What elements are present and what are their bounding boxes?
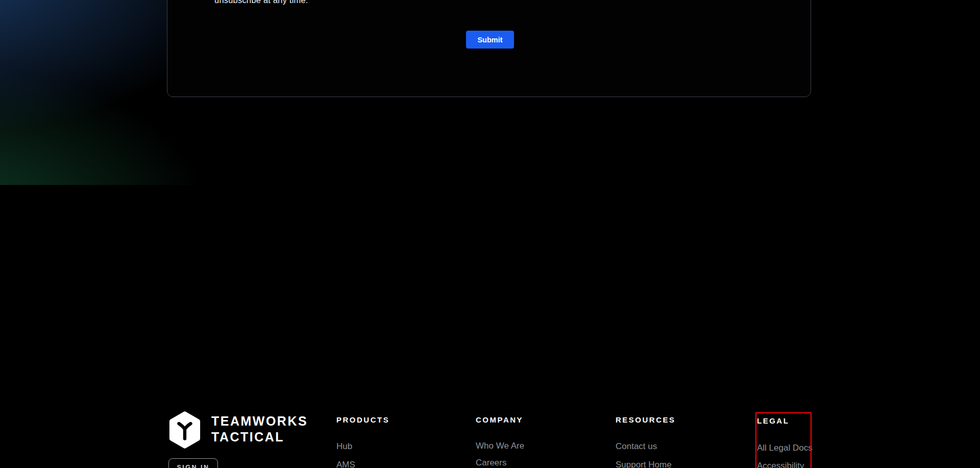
footer-link-accessibility[interactable]: Accessibility [757, 461, 869, 468]
footer-link-support-home[interactable]: Support Home [616, 460, 728, 468]
footer-link-all-legal-docs[interactable]: All Legal Docs [757, 443, 869, 452]
hero-section: unsubscribe at any time. Submit [0, 0, 980, 185]
newsletter-disclaimer: unsubscribe at any time. [214, 0, 308, 5]
footer-link-who-we-are[interactable]: Who We Are [476, 441, 588, 450]
footer-link-contact-us[interactable]: Contact us [616, 442, 728, 451]
column-title-legal: LEGAL [757, 417, 869, 425]
footer-link-hub[interactable]: Hub [336, 442, 449, 451]
column-title-products: PRODUCTS [336, 416, 449, 424]
footer-link-ams[interactable]: AMS [336, 460, 449, 468]
footer-column-legal: LEGAL All Legal Docs Accessibility Priva… [757, 417, 869, 468]
footer-column-products: PRODUCTS Hub AMS Nutrition [336, 416, 449, 468]
footer-column-resources: RESOURCES Contact us Support Home Learni… [616, 416, 728, 468]
column-title-resources: RESOURCES [616, 416, 728, 424]
newsletter-card [167, 0, 811, 97]
sign-in-button[interactable]: SIGN IN [168, 458, 218, 468]
column-title-company: COMPANY [476, 416, 588, 424]
brand-wordmark: TEAMWORKS TACTICAL [211, 413, 308, 445]
brand-logo-icon [168, 411, 201, 449]
footer-link-careers[interactable]: Careers [476, 458, 588, 467]
brand-wordmark-line1: TEAMWORKS [211, 413, 308, 429]
page: unsubscribe at any time. Submit TEAMWORK… [0, 0, 980, 468]
submit-button[interactable]: Submit [466, 31, 514, 49]
footer-column-company: COMPANY Who We Are Careers [476, 416, 588, 467]
footer: TEAMWORKS TACTICAL SIGN IN (202) 875-893… [0, 185, 980, 468]
brand-wordmark-line2: TACTICAL [211, 429, 308, 445]
